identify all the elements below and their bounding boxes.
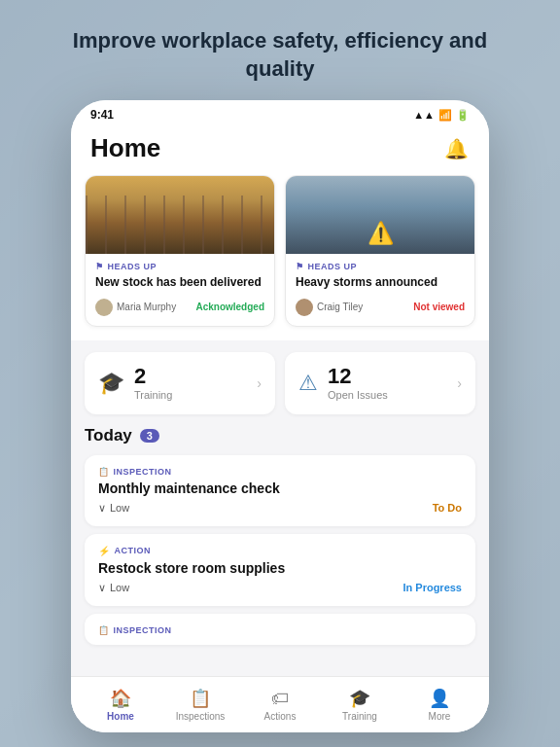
app-header: Home 🔔 <box>71 125 489 175</box>
flag-icon-1: ⚑ <box>95 262 104 271</box>
metric-training-left: 🎓 2 Training <box>98 366 172 401</box>
today-count-badge: 3 <box>140 429 159 443</box>
news-footer-1: Maria Murphy Acknowledged <box>95 299 264 316</box>
task-title-1: Monthly maintenance check <box>98 480 462 496</box>
issues-label: Open Issues <box>328 389 388 401</box>
today-header: Today 3 <box>85 426 475 445</box>
metrics-row: 🎓 2 Training › ⚠ 12 Open Issues › <box>71 340 489 426</box>
issues-count: 12 <box>328 366 388 387</box>
avatar-2 <box>296 299 313 316</box>
heads-up-label-2: ⚑ HEADS UP <box>296 262 465 271</box>
scroll-content: ⚑ HEADS UP New stock has been delivered … <box>71 175 489 732</box>
nav-actions[interactable]: 🏷 Actions <box>240 683 320 728</box>
news-footer-2: Craig Tiley Not viewed <box>296 299 465 316</box>
phone-frame: 9:41 ▲▲ 📶 🔋 Home 🔔 ⚑ HEADS UP New stock … <box>71 100 489 732</box>
task-card-2[interactable]: ⚡ ACTION Restock store room supplies ∨ L… <box>85 534 475 606</box>
action-icon-2: ⚡ <box>98 546 111 556</box>
today-section: Today 3 📋 INSPECTION Monthly maintenance… <box>71 426 489 645</box>
news-card-1-image <box>86 176 274 254</box>
metric-training-info: 2 Training <box>134 366 172 401</box>
nav-inspections[interactable]: 📋 Inspections <box>160 682 240 728</box>
heads-up-label-1: ⚑ HEADS UP <box>95 262 264 271</box>
nav-more[interactable]: 👤 More <box>400 682 479 728</box>
news-card-2-image <box>286 176 474 254</box>
nav-training-label: Training <box>342 711 377 722</box>
avatar-1 <box>95 299 113 316</box>
task-card-1[interactable]: 📋 INSPECTION Monthly maintenance check ∨… <box>85 455 475 526</box>
flag-icon-2: ⚑ <box>296 262 304 271</box>
task-card-3[interactable]: 📋 INSPECTION <box>85 614 475 645</box>
priority-1: ∨ Low <box>98 502 129 515</box>
task-type-1: 📋 INSPECTION <box>98 467 462 477</box>
metric-issues-left: ⚠ 12 Open Issues <box>298 366 388 401</box>
news-card-2-body: ⚑ HEADS UP Heavy storms announced Craig … <box>286 254 474 326</box>
actions-icon: 🏷 <box>271 689 289 709</box>
status-badge-2: Not viewed <box>413 302 465 312</box>
news-card-2[interactable]: ⚑ HEADS UP Heavy storms announced Craig … <box>285 175 475 327</box>
training-count: 2 <box>134 366 172 387</box>
news-title-1: New stock has been delivered <box>95 275 264 291</box>
person-name-1: Maria Murphy <box>117 302 176 312</box>
nav-inspections-label: Inspections <box>176 711 226 722</box>
news-card-1-body: ⚑ HEADS UP New stock has been delivered … <box>86 254 274 326</box>
task-title-2: Restock store room supplies <box>98 560 462 576</box>
training-label: Training <box>134 389 172 401</box>
app-title: Home <box>90 133 160 163</box>
training-icon: 🎓 <box>98 371 124 396</box>
nav-home[interactable]: 🏠 Home <box>81 682 160 728</box>
training-chevron-icon: › <box>257 375 262 391</box>
task-status-2: In Progress <box>402 582 462 593</box>
person-name-2: Craig Tiley <box>317 302 363 312</box>
author-2: Craig Tiley <box>296 299 363 316</box>
metric-issues[interactable]: ⚠ 12 Open Issues › <box>285 352 475 414</box>
signal-icon: ▲▲ <box>413 109 435 121</box>
status-time: 9:41 <box>90 108 114 122</box>
nav-actions-label: Actions <box>264 711 297 722</box>
chevron-down-icon-1: ∨ <box>98 502 106 515</box>
home-icon: 🏠 <box>110 688 131 709</box>
nav-more-label: More <box>429 711 451 722</box>
task-type-2: ⚡ ACTION <box>98 546 462 556</box>
page-headline: Improve workplace safety, efficiency and… <box>0 0 560 100</box>
status-icons: ▲▲ 📶 🔋 <box>413 109 470 122</box>
inspection-icon-1: 📋 <box>98 467 110 477</box>
news-title-2: Heavy storms announced <box>296 275 465 291</box>
inspections-icon: 📋 <box>190 688 211 709</box>
nav-home-label: Home <box>107 711 134 722</box>
nav-training[interactable]: 🎓 Training <box>320 682 400 728</box>
notification-bell-button[interactable]: 🔔 <box>442 135 470 162</box>
task-footer-2: ∨ Low In Progress <box>98 582 462 594</box>
chevron-down-icon-2: ∨ <box>98 582 106 594</box>
battery-icon: 🔋 <box>456 109 470 122</box>
metric-issues-info: 12 Open Issues <box>328 366 388 401</box>
news-card-1[interactable]: ⚑ HEADS UP New stock has been delivered … <box>85 175 275 327</box>
priority-2: ∨ Low <box>98 582 129 594</box>
news-cards-row: ⚑ HEADS UP New stock has been delivered … <box>71 175 489 340</box>
inspection-icon-3: 📋 <box>98 625 110 635</box>
issues-chevron-icon: › <box>457 375 462 391</box>
more-icon: 👤 <box>429 688 450 709</box>
task-status-1: To Do <box>433 502 462 514</box>
today-label: Today <box>85 426 132 445</box>
status-badge-1: Acknowledged <box>195 302 264 312</box>
status-bar: 9:41 ▲▲ 📶 🔋 <box>71 100 489 125</box>
author-1: Maria Murphy <box>95 299 176 316</box>
task-footer-1: ∨ Low To Do <box>98 502 462 515</box>
training-nav-icon: 🎓 <box>349 688 370 709</box>
metric-training[interactable]: 🎓 2 Training › <box>85 352 275 414</box>
task-type-3: 📋 INSPECTION <box>98 625 462 635</box>
wifi-icon: 📶 <box>438 109 452 122</box>
bottom-nav: 🏠 Home 📋 Inspections 🏷 Actions 🎓 Trainin… <box>71 676 489 732</box>
issues-icon: ⚠ <box>298 371 318 396</box>
